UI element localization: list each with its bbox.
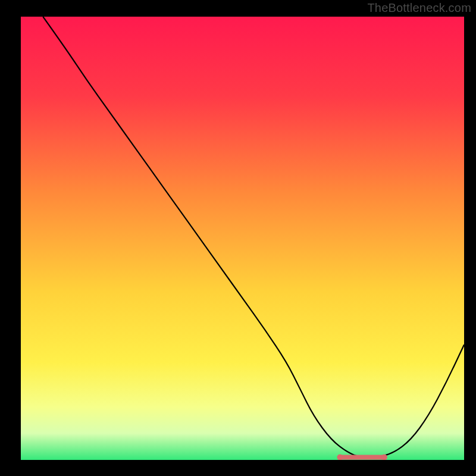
plot-area (21, 17, 464, 460)
watermark-text: TheBottleneck.com (367, 1, 471, 15)
chart-container: TheBottleneck.com (0, 0, 476, 476)
optimal-range-marker (337, 455, 387, 460)
gradient-background (21, 17, 464, 460)
bottleneck-chart-svg (21, 17, 464, 460)
